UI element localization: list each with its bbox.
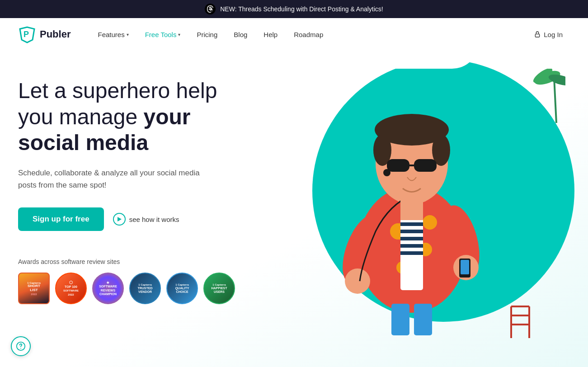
nav-pricing[interactable]: Pricing — [197, 31, 217, 38]
nav-right: Log In — [527, 27, 570, 42]
awards-label: Awards across software review sites — [18, 258, 280, 265]
help-widget[interactable] — [11, 336, 31, 356]
badge-trusted: 1 Capterra TRUSTEDVENDOR — [129, 273, 161, 304]
hero-title: Let a superhero help you manage your soc… — [18, 78, 280, 156]
beach-chair — [507, 302, 534, 340]
lock-icon — [534, 31, 541, 38]
svg-rect-38 — [391, 304, 409, 335]
badge-sr: ★ SOFTWAREREVIEWS CHAMPION — [92, 273, 124, 304]
awards-badges: 1 Capterra SHORTLIST 2022 ⬡ TOP 100 SOFT… — [18, 273, 280, 304]
nav-blog[interactable]: Blog — [234, 31, 247, 38]
threads-icon — [205, 4, 216, 14]
svg-rect-37 — [400, 193, 423, 220]
badge-happiest: 1 Capterra HAPPIESTUSERS — [203, 273, 235, 304]
badge-g2: ⬡ TOP 100 SOFTWARE2022 — [55, 273, 87, 304]
svg-line-3 — [554, 78, 556, 123]
svg-rect-39 — [414, 304, 432, 335]
logo-icon: P — [18, 25, 36, 43]
hero-character — [317, 60, 507, 342]
features-chevron: ▾ — [127, 32, 129, 37]
svg-point-41 — [20, 348, 21, 349]
logo-text: Publer — [40, 28, 71, 40]
announcement-text: NEW: Threads Scheduling with Direct Post… — [220, 5, 383, 13]
palm-decoration — [529, 69, 565, 125]
svg-rect-27 — [387, 159, 409, 172]
signup-button[interactable]: Sign up for free — [18, 207, 104, 231]
svg-rect-35 — [461, 260, 469, 274]
announcement-bar: NEW: Threads Scheduling with Direct Post… — [0, 0, 588, 18]
play-triangle — [118, 217, 122, 221]
nav-features[interactable]: Features ▾ — [98, 31, 128, 38]
nav-free-tools[interactable]: Free Tools ▾ — [145, 31, 181, 38]
play-icon — [113, 213, 126, 226]
freetools-chevron: ▾ — [178, 32, 180, 37]
svg-text:P: P — [24, 30, 29, 39]
nav-roadmap[interactable]: Roadmap — [294, 31, 323, 38]
help-icon — [16, 341, 26, 351]
svg-rect-21 — [400, 244, 423, 248]
nav-links: Features ▾ Free Tools ▾ Pricing Blog Hel… — [98, 31, 527, 38]
login-button[interactable]: Log In — [527, 27, 570, 42]
svg-rect-19 — [400, 230, 423, 233]
awards-section: Awards across software review sites 1 Ca… — [18, 258, 280, 304]
svg-point-36 — [383, 169, 390, 176]
svg-rect-28 — [414, 159, 437, 172]
watch-video-link[interactable]: see how it works — [113, 213, 179, 226]
svg-point-32 — [345, 268, 370, 294]
hero-content: Let a superhero help you manage your soc… — [18, 51, 280, 304]
hero-subtitle: Schedule, collaborate & analyze all your… — [18, 167, 208, 191]
svg-rect-2 — [536, 34, 540, 37]
svg-rect-22 — [400, 251, 423, 255]
badge-quality: 1 Capterra QUALITYCHOICE — [166, 273, 198, 304]
badge-capterra: 1 Capterra SHORTLIST 2022 — [18, 273, 50, 304]
svg-rect-20 — [400, 237, 423, 240]
svg-point-16 — [423, 215, 437, 230]
hero-cta: Sign up for free see how it works — [18, 207, 280, 231]
nav-help[interactable]: Help — [263, 31, 278, 38]
logo-link[interactable]: P Publer — [18, 25, 71, 43]
svg-rect-18 — [400, 222, 423, 226]
